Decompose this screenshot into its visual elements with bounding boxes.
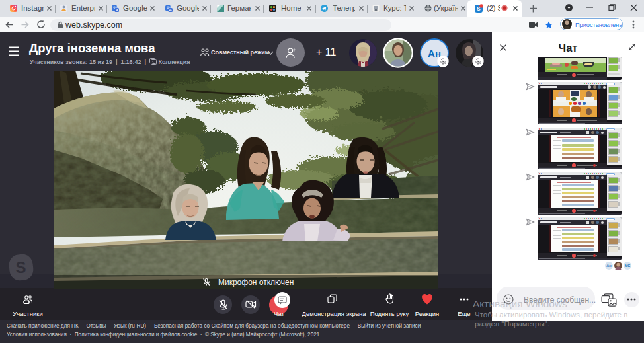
svg-text:Микрофон отключен: Микрофон отключен [218, 278, 294, 287]
